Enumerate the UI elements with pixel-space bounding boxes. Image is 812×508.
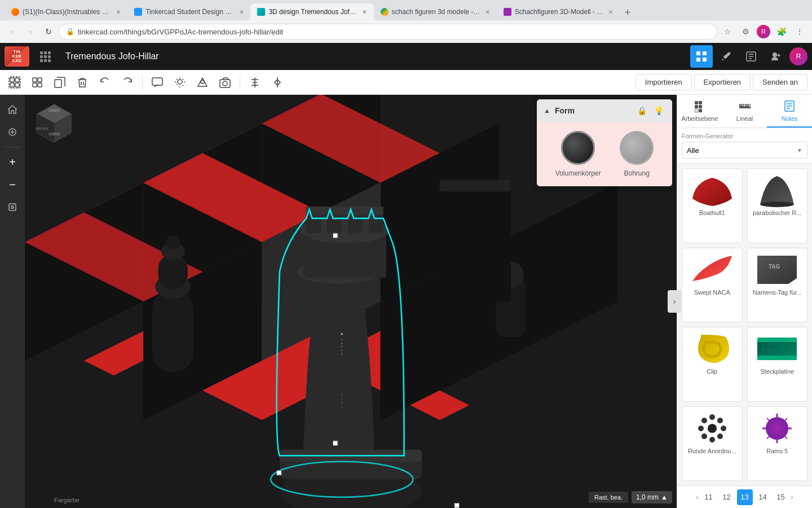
bohrung-option[interactable]: Bohrung (620, 131, 654, 177)
back-button[interactable]: ‹ (5, 24, 20, 40)
senden-an-button[interactable]: Senden an (753, 74, 807, 90)
shape-card-parabolisch[interactable]: parabolischer R... (747, 168, 808, 243)
ungroup-button[interactable] (27, 72, 47, 93)
page-12-button[interactable]: 12 (719, 489, 735, 505)
bookmark-button[interactable]: ☆ (720, 24, 735, 40)
header-actions: R (690, 45, 812, 68)
viewport[interactable]: VORN OBEN HINTEN ▲ Form 🔒 💡 (25, 95, 677, 508)
importieren-button[interactable]: Importieren (636, 74, 692, 90)
svg-point-17 (178, 80, 182, 84)
shape-card-boathull1[interactable]: Boathull1 (682, 168, 743, 243)
prev-page-button[interactable]: ‹ (696, 493, 699, 501)
tab-5[interactable]: Schachfiguren 3D-Modell - Tu... × (497, 3, 620, 20)
formen-generator-select[interactable]: Alle ▼ (682, 142, 807, 159)
shape-button[interactable] (192, 72, 213, 93)
app-toolbar: Importieren Exportieren Senden an (0, 70, 812, 95)
pagination: ‹ 11 12 13 14 15 › (677, 485, 812, 508)
tab-3[interactable]: 3D design Tremendous Jofo-H... × (250, 3, 373, 20)
form-lock-icon[interactable]: 🔒 (635, 104, 648, 117)
tab-4-title: schach figuren 3d modele - Go... (392, 8, 482, 16)
exportieren-button[interactable]: Exportieren (694, 74, 751, 90)
profile-button[interactable]: R (756, 24, 771, 40)
form-light-icon[interactable]: 💡 (652, 104, 665, 117)
refresh-button[interactable]: ↻ (41, 24, 56, 40)
tab-2[interactable]: Tinkercad Student Design Con... × (127, 3, 250, 20)
tab-1[interactable]: (S1)(In-Class)(Instruables Con... × (5, 3, 127, 20)
tab-1-close[interactable]: × (116, 7, 121, 16)
zoom-control[interactable]: 1,0 mm ▲ (632, 491, 672, 503)
browser-chrome: (S1)(In-Class)(Instruables Con... × Tink… (0, 0, 812, 43)
forward-button[interactable]: › (23, 24, 38, 40)
shape-grid: Boathull1 parabolischer R... (677, 164, 812, 485)
tinkercad-logo[interactable]: TIN KER CAD (0, 43, 34, 70)
tab-3-close[interactable]: × (362, 7, 367, 16)
tab-arbeitsebene[interactable]: Arbeitsebene (677, 95, 722, 128)
tune-button[interactable]: ⚙ (738, 24, 753, 40)
svg-rect-10 (9, 77, 20, 88)
tab-2-close[interactable]: × (239, 7, 244, 16)
align-button[interactable] (245, 72, 265, 93)
tab-4-close[interactable]: × (486, 7, 490, 16)
orientation-cube[interactable]: VORN OBEN HINTEN (32, 102, 77, 147)
svg-rect-12 (38, 78, 42, 82)
simulate-button[interactable] (740, 45, 762, 68)
swept-naca-label: Swept NACA (694, 289, 730, 296)
camera-button[interactable] (215, 72, 235, 93)
reset-view-button[interactable] (2, 197, 23, 217)
page-15-button[interactable]: 15 (773, 489, 789, 505)
redo-button[interactable] (117, 72, 138, 93)
user-profile-avatar[interactable]: R (789, 47, 807, 65)
add-user-button[interactable] (765, 45, 787, 68)
logo-text-line2: KER (12, 54, 21, 59)
shape-card-runde[interactable]: Runde Anordnu... (682, 406, 743, 481)
duplicate-button[interactable] (50, 72, 70, 93)
rast-bea-button[interactable]: Rast. bea. (589, 492, 628, 503)
home-button[interactable] (2, 99, 23, 120)
shape-card-namens-tag[interactable]: TAG Namens-Tag für... (747, 248, 808, 323)
page-13-button[interactable]: 13 (737, 489, 753, 505)
address-bar[interactable]: 🔒 tinkercad.com/things/bGrVGPPoJAc-treme… (59, 24, 717, 40)
svg-point-74 (341, 333, 343, 335)
build-button[interactable] (715, 45, 738, 68)
parabolisch-label: parabolischer R... (753, 209, 801, 216)
menu-button[interactable]: ⋮ (792, 24, 807, 40)
next-page-button[interactable]: › (791, 493, 793, 501)
notes-icon (783, 99, 796, 113)
tab-2-favicon (134, 8, 142, 16)
main-content: + − (0, 95, 812, 508)
svg-point-119 (698, 426, 704, 431)
zoom-out-button[interactable]: − (2, 174, 23, 195)
page-11-button[interactable]: 11 (701, 489, 717, 505)
zoom-in-button[interactable]: + (2, 152, 23, 172)
group-button[interactable] (5, 72, 25, 93)
shape-card-swept-naca[interactable]: Swept NACA (682, 248, 743, 323)
delete-button[interactable] (72, 72, 92, 93)
page-14-button[interactable]: 14 (755, 489, 771, 505)
light-button[interactable] (170, 72, 190, 93)
shape-card-clip[interactable]: Clip (682, 327, 743, 402)
logo-text-line1: TIN (14, 50, 21, 54)
new-tab-button[interactable]: + (620, 5, 636, 20)
svg-rect-82 (695, 101, 698, 104)
comment-button[interactable] (147, 72, 167, 93)
fit-view-button[interactable] (2, 122, 23, 142)
rams5-label: Rams 5 (766, 448, 788, 454)
grid-menu-button[interactable] (34, 43, 56, 70)
form-panel: ▲ Form 🔒 💡 Volumenkörper (537, 99, 672, 186)
tab-5-close[interactable]: × (608, 7, 613, 16)
tab-4[interactable]: schach figuren 3d modele - Go... × (374, 3, 497, 20)
grid-view-button[interactable] (690, 45, 713, 68)
shape-card-steckplatine[interactable]: Steckplatine (747, 327, 808, 402)
undo-button[interactable] (95, 72, 115, 93)
collapse-panel-button[interactable]: › (668, 290, 681, 313)
fargarbe-label: Fargarbe (54, 497, 80, 503)
tab-notes[interactable]: Notes (767, 95, 812, 128)
volumenkörper-option[interactable]: Volumenkörper (555, 131, 601, 177)
form-panel-collapse[interactable]: ▲ (544, 107, 550, 115)
extension-button[interactable]: 🧩 (774, 24, 789, 40)
mirror-button[interactable] (267, 72, 288, 93)
shape-card-rams5[interactable]: Rams 5 (747, 406, 808, 481)
tab-lineal[interactable]: Lineal (722, 95, 767, 128)
svg-point-114 (784, 349, 787, 351)
bohrung-label: Bohrung (624, 169, 649, 177)
